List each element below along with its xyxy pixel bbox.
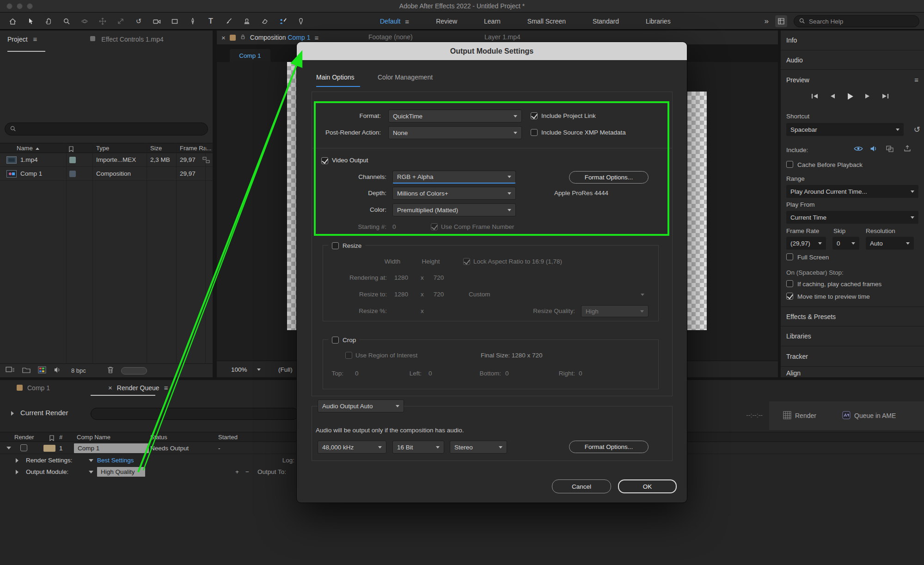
preview-resolution-dropdown[interactable]: Auto [866, 237, 914, 250]
project-row-footage[interactable]: 1.mp4 Importe...MEX 2,3 MB 29,97 [0, 153, 213, 167]
cancel-button[interactable]: Cancel [552, 479, 611, 493]
use-comp-frame-checkbox[interactable] [431, 223, 438, 230]
render-preview-icon[interactable] [904, 145, 911, 154]
tab-footage[interactable]: Footage (none) [368, 33, 413, 41]
frame-rate-dropdown[interactable]: (29,97) [786, 237, 826, 250]
ok-button[interactable]: OK [618, 479, 677, 493]
roto-brush-tool[interactable] [277, 15, 289, 27]
reset-icon[interactable]: ↺ [914, 125, 920, 135]
format-dropdown[interactable]: QuickTime [388, 110, 522, 123]
zoom-tool[interactable] [61, 15, 73, 27]
include-overlays-icon[interactable] [886, 146, 893, 154]
delete-icon[interactable] [107, 366, 114, 375]
render-item-comp-name[interactable]: Comp 1 [74, 443, 149, 453]
column-comp-name[interactable]: Comp Name [77, 432, 110, 442]
output-module-template-dropdown-icon[interactable] [89, 471, 93, 473]
audio-rate-dropdown[interactable]: 48,000 kHz [318, 441, 386, 454]
libraries-panel-header[interactable]: Libraries [781, 326, 924, 346]
render-settings-template-dropdown-icon[interactable] [89, 459, 93, 462]
help-search-input[interactable] [809, 18, 911, 25]
post-render-dropdown[interactable]: None [388, 126, 522, 139]
crop-checkbox[interactable] [332, 337, 339, 344]
resize-preset-value[interactable]: Custom [469, 288, 490, 301]
play-from-dropdown[interactable]: Current Time [786, 211, 918, 224]
cache-before-playback-checkbox[interactable] [786, 161, 793, 168]
workspace-overflow-icon[interactable]: » [765, 17, 769, 26]
dialog-title[interactable]: Output Module Settings [297, 42, 687, 60]
thumbnail-size-slider[interactable] [121, 367, 147, 375]
puppet-pin-tool[interactable] [295, 15, 307, 27]
brush-tool[interactable] [223, 15, 235, 27]
video-output-checkbox[interactable] [321, 157, 328, 164]
column-status[interactable]: Status [150, 432, 167, 442]
column-started[interactable]: Started [218, 432, 238, 442]
new-folder-icon[interactable] [22, 367, 31, 375]
include-xmp-checkbox[interactable] [531, 129, 538, 136]
new-composition-icon[interactable] [38, 366, 46, 375]
workspace-tab-default[interactable]: Default≡ [380, 18, 409, 25]
tab-composition[interactable]: Composition Comp 1 [250, 34, 311, 41]
channels-dropdown[interactable]: RGB + Alpha [392, 171, 516, 184]
comp-tab[interactable]: Comp 1 [230, 49, 270, 62]
selection-tool[interactable] [24, 15, 37, 27]
tab-main-options[interactable]: Main Options [316, 71, 354, 84]
add-output-module-button[interactable]: + [235, 466, 239, 478]
project-settings-icon[interactable] [54, 366, 61, 375]
tracker-panel-header[interactable]: Tracker [781, 346, 924, 366]
resize-preset-dropdown-icon[interactable] [641, 294, 644, 296]
interpret-footage-icon[interactable] [6, 366, 15, 375]
close-tab-icon[interactable]: × [108, 384, 112, 392]
full-screen-checkbox[interactable] [786, 253, 793, 260]
preview-menu-icon[interactable]: ≡ [914, 76, 918, 84]
tab-project[interactable]: Project [7, 36, 28, 43]
render-button[interactable]: Render [783, 401, 816, 430]
column-number[interactable]: # [59, 432, 62, 442]
audio-panel-header[interactable]: Audio [781, 50, 924, 69]
output-module-expander[interactable] [16, 470, 18, 474]
column-render[interactable]: Render [14, 432, 34, 442]
resize-width-value[interactable]: 1280 [389, 288, 413, 301]
workspace-tab-small-screen[interactable]: Small Screen [527, 18, 566, 25]
skip-dropdown[interactable]: 0 [832, 237, 859, 250]
workspace-tab-learn[interactable]: Learn [484, 18, 501, 25]
previous-frame-button[interactable] [827, 92, 838, 101]
tab-comp-timeline[interactable]: Comp 1 [27, 384, 50, 392]
video-format-options-button[interactable]: Format Options... [569, 171, 649, 184]
render-item-label-chip[interactable] [43, 445, 55, 452]
render-queue-menu-icon[interactable]: ≡ [164, 384, 168, 392]
resize-height-value[interactable]: 720 [428, 288, 449, 301]
column-size[interactable]: Size [150, 143, 162, 154]
range-dropdown[interactable]: Play Around Current Time... [786, 185, 918, 198]
next-frame-button[interactable] [862, 92, 873, 101]
include-project-link-checkbox[interactable] [531, 112, 538, 119]
audio-bit-depth-dropdown[interactable]: 16 Bit [392, 441, 444, 454]
move-time-checkbox[interactable] [786, 293, 793, 300]
output-module-value[interactable]: High Quality [97, 467, 145, 477]
tab-effect-controls[interactable]: Effect Controls 1.mp4 [101, 36, 163, 43]
bit-depth-indicator[interactable]: 8 bpc [71, 367, 86, 374]
column-frame-rate[interactable]: Frame Ra... [180, 143, 212, 154]
home-icon[interactable] [6, 15, 18, 27]
column-type[interactable]: Type [96, 143, 109, 154]
rotation-tool[interactable]: ↺ [133, 15, 145, 27]
eraser-tool[interactable] [259, 15, 271, 27]
dolly-camera-tool[interactable] [115, 15, 127, 27]
clone-stamp-tool[interactable] [241, 15, 253, 27]
workspace-tab-libraries[interactable]: Libraries [646, 18, 671, 25]
audio-format-options-button[interactable]: Format Options... [569, 441, 649, 453]
workspace-tab-standard[interactable]: Standard [593, 18, 619, 25]
align-panel-header[interactable]: Align [781, 366, 924, 377]
pen-tool[interactable] [187, 15, 199, 27]
crop-right-value[interactable]: 0 [579, 367, 582, 380]
crop-toggle[interactable]: Crop [328, 336, 360, 344]
info-panel-header[interactable]: Info [781, 31, 924, 50]
use-roi-checkbox[interactable] [345, 352, 352, 359]
column-name[interactable]: Name [17, 143, 39, 154]
shortcut-dropdown[interactable]: Spacebar [786, 123, 904, 136]
camera-tool[interactable] [151, 15, 163, 27]
color-dropdown[interactable]: Premultiplied (Matted) [392, 203, 516, 216]
label-color-chip[interactable] [69, 171, 76, 177]
queue-in-ame-button[interactable]: Queue in AME [842, 401, 896, 430]
project-search-input[interactable] [20, 126, 196, 133]
audio-output-dropdown[interactable]: Audio Output Auto [318, 399, 404, 412]
